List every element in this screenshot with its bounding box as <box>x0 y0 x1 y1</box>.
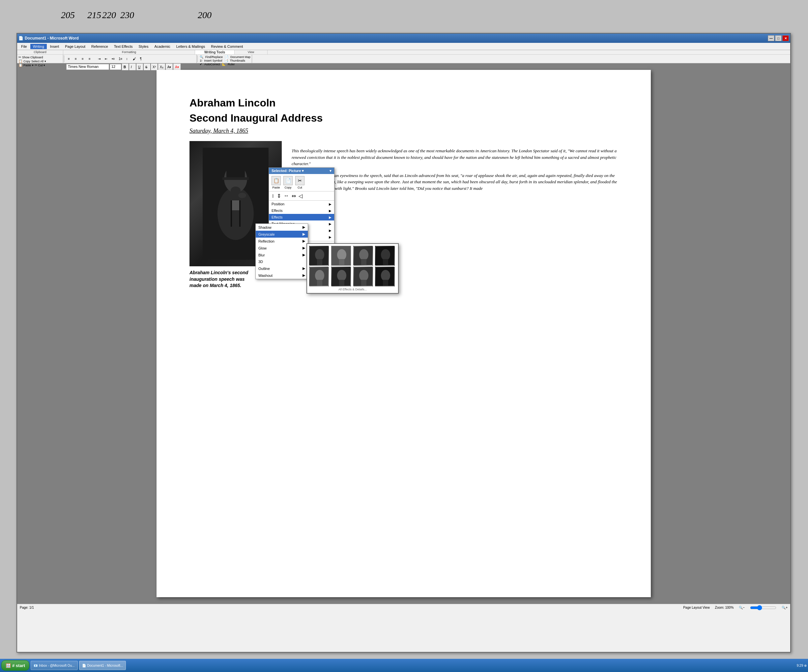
ctx-icon3[interactable]: ↔ <box>284 193 289 199</box>
context-menu-header[interactable]: Selected: Picture ▾ ▾ <box>269 168 334 174</box>
document-map-btn[interactable]: Document Map <box>230 55 250 59</box>
effect-thumb-8[interactable] <box>375 267 395 286</box>
bold-btn[interactable]: B <box>122 64 129 70</box>
svg-rect-24 <box>317 280 322 286</box>
taskbar-inbox[interactable]: 📧 Inbox - @Microsoft Ou... <box>31 661 78 670</box>
effect-thumb-5[interactable] <box>309 267 329 286</box>
spacing-btn[interactable]: ↕ <box>124 55 131 62</box>
outdent-btn[interactable]: ⇤ <box>103 55 110 62</box>
subscript-btn[interactable]: X₂ <box>158 64 165 70</box>
strikethrough-btn[interactable]: S̶ <box>144 64 150 70</box>
submenu-greyscale[interactable]: Greyscale ▶ <box>256 231 308 237</box>
svg-point-23 <box>315 270 324 281</box>
doc-paragraph2: Journalist Noah Brooks, an eyewitness to… <box>292 172 618 192</box>
bullet-btn[interactable]: •≡ <box>110 55 117 62</box>
menu-bar: File Writing Insert Page Layout Referenc… <box>17 43 790 50</box>
number-btn[interactable]: 1≡ <box>117 55 124 62</box>
ctx-paste-btn[interactable]: 📋 Paste <box>272 176 281 189</box>
ctx-icon5[interactable]: ◁ <box>299 193 302 199</box>
align-center-btn[interactable]: ≡ <box>73 55 80 62</box>
italic-btn[interactable]: I <box>129 64 136 70</box>
thumbnails-btn[interactable]: Thumbnails <box>230 59 245 62</box>
menu-letters[interactable]: Letters & Mailings <box>174 44 208 49</box>
effect-thumb-7[interactable] <box>353 267 373 286</box>
autocorrect-btn[interactable]: AutoCorrect <box>204 63 220 66</box>
start-button[interactable]: 🪟 # start <box>1 660 29 671</box>
align-left-btn[interactable]: ≡ <box>66 55 73 62</box>
find-replace-btn[interactable]: Find/Replace <box>205 55 223 59</box>
format-painter-btn[interactable]: 🖌 <box>131 55 138 62</box>
svg-point-1 <box>217 187 254 240</box>
zoom-out-btn[interactable]: 🔍− <box>739 606 745 609</box>
ctx-icon4[interactable]: ⇔ <box>292 193 296 199</box>
svg-point-5 <box>231 187 240 194</box>
insert-symbol-btn[interactable]: Insert Symbol <box>204 59 222 62</box>
menu-academic[interactable]: Academic <box>152 44 173 49</box>
submenu-shadow[interactable]: Shadow ▶ <box>256 224 308 231</box>
ctx-position[interactable]: Position ▶ <box>269 201 334 207</box>
menu-reference[interactable]: Reference <box>88 44 111 49</box>
close-button[interactable]: ✕ <box>782 35 789 41</box>
paste-icon: 📋 <box>272 176 281 185</box>
justify-btn[interactable]: ≡ <box>87 55 93 62</box>
svg-point-32 <box>381 270 390 281</box>
zoom-slider[interactable] <box>750 605 776 610</box>
svg-point-11 <box>315 249 324 260</box>
zoom-in-btn[interactable]: 🔍+ <box>781 606 788 609</box>
menu-review[interactable]: Review & Comment <box>208 44 245 49</box>
submenu-reflection[interactable]: Reflection ▶ <box>256 237 308 244</box>
menu-styles[interactable]: Styles <box>136 44 151 49</box>
font-color-btn[interactable]: A▾ <box>173 64 180 70</box>
document-area: Abraham Lincoln Second Inaugural Address… <box>17 63 790 604</box>
submenu-outline[interactable]: Outline ▶ <box>256 265 308 272</box>
ctx-copy-btn[interactable]: 📄 Copy <box>284 176 293 189</box>
ctx-icon2[interactable]: ⇕ <box>277 193 281 199</box>
view-mode[interactable]: Page Layout View <box>683 606 710 609</box>
ctx-icon1[interactable]: ↕ <box>272 193 274 199</box>
effects-panel-label[interactable]: All Effects & Details... <box>309 288 396 291</box>
effect-thumb-2[interactable] <box>331 246 351 266</box>
effect-thumb-6[interactable] <box>331 267 351 286</box>
font-name-field[interactable]: Times New Roman <box>66 64 109 70</box>
ctx-effects1[interactable]: Effects ▶ <box>269 207 334 214</box>
submenu-3d[interactable]: 3D <box>256 258 308 265</box>
doc-title-line1: Abraham Lincoln <box>189 96 618 110</box>
show-clipboard-btn[interactable]: Show Clipboard <box>22 56 43 59</box>
menu-insert[interactable]: Insert <box>47 44 62 49</box>
svg-rect-4 <box>222 177 249 180</box>
menu-text-effects[interactable]: Text Effects <box>111 44 135 49</box>
taskbar-document[interactable]: 📄 Document1 - Microsoft... <box>79 661 126 670</box>
ctx-effects2[interactable]: Effects ▶ <box>269 214 334 221</box>
minimize-button[interactable]: — <box>768 35 775 41</box>
menu-writing[interactable]: Writing <box>30 44 47 49</box>
paste-btn[interactable]: Paste ▾ <box>23 64 33 67</box>
cut-icon: ✂ <box>295 176 304 185</box>
highlight-btn[interactable]: A▾ <box>166 64 173 70</box>
effect-thumb-3[interactable] <box>353 246 373 266</box>
select-all-btn[interactable]: Select All ▾ <box>31 60 46 63</box>
copy-icon: 📄 <box>284 176 293 185</box>
cut-btn[interactable]: Cut ▾ <box>38 64 45 67</box>
clipboard-section: ✂ Show Clipboard 📋 Copy Select All ▾ 📋 P… <box>17 55 63 63</box>
indent-btn[interactable]: ⇥ <box>96 55 103 62</box>
submenu-washout[interactable]: Washout ▶ <box>256 272 308 279</box>
copy-btn[interactable]: Copy <box>23 60 30 63</box>
effect-thumb-4[interactable] <box>375 246 395 266</box>
maximize-button[interactable]: □ <box>775 35 781 41</box>
effect-thumb-1[interactable] <box>309 246 329 266</box>
image-container[interactable]: Abraham Lincoln's second inauguration sp… <box>189 141 282 289</box>
submenu-blur[interactable]: Blur ▶ <box>256 251 308 258</box>
superscript-btn[interactable]: X² <box>151 64 157 70</box>
ruler-btn[interactable]: Ruler <box>228 63 235 66</box>
svg-rect-12 <box>317 259 322 266</box>
submenu-glow[interactable]: Glow ▶ <box>256 244 308 251</box>
svg-rect-15 <box>339 259 344 266</box>
align-right-btn[interactable]: ≡ <box>80 55 87 62</box>
paragraph-btn[interactable]: ¶ <box>138 55 145 62</box>
ctx-cut-btn[interactable]: ✂ Cut <box>295 176 304 189</box>
menu-page-layout[interactable]: Page Layout <box>62 44 88 49</box>
zoom-level[interactable]: Zoom: 100% <box>715 606 734 609</box>
menu-file[interactable]: File <box>18 44 30 49</box>
font-size-field[interactable]: 12 <box>110 64 121 70</box>
underline-btn[interactable]: U <box>137 64 143 70</box>
